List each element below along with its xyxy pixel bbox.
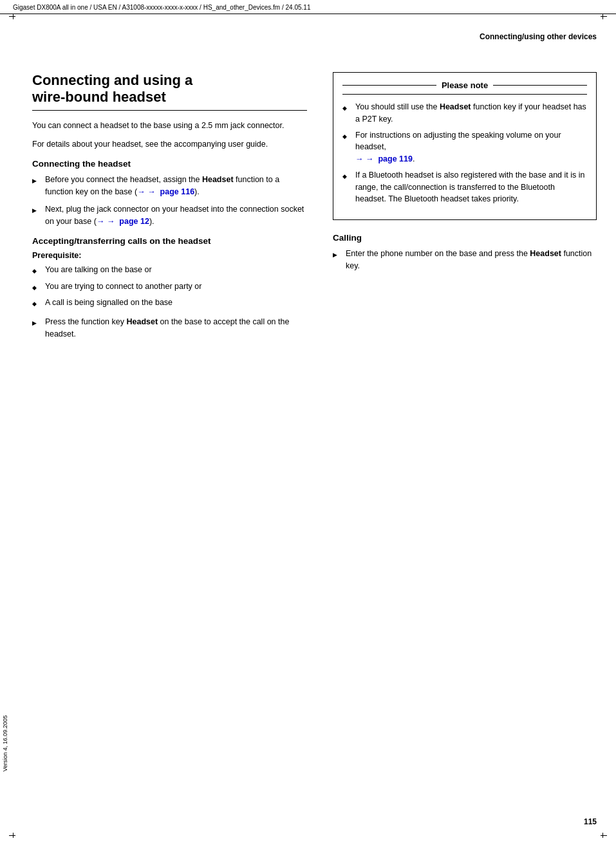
- corner-mark-top-right: [602, 14, 603, 19]
- right-header-label: Connecting/using other devices: [480, 32, 597, 41]
- diamond-bullet-icon: [32, 281, 42, 293]
- diamond-bullet-icon: [32, 264, 42, 277]
- corner-rule-top-right: [601, 16, 607, 17]
- diamond-item-2: You are trying to connect to another par…: [45, 281, 307, 293]
- intro-para1: You can connect a headset to the base us…: [32, 120, 307, 132]
- page116-link[interactable]: → page 116: [137, 187, 194, 196]
- list-item: You should still use the Headset functio…: [342, 101, 587, 125]
- header-bar: Gigaset DX800A all in one / USA EN / A31…: [0, 0, 616, 14]
- corner-rule-bottom-right: [601, 835, 607, 836]
- list-item: Before you connect the headset, assign t…: [32, 174, 307, 198]
- arrow-bullet-icon: [32, 317, 42, 328]
- accepting-calls-heading: Accepting/transferring calls on the head…: [32, 236, 307, 246]
- prerequisite-label: Prerequisite:: [32, 251, 307, 260]
- arrow-bullet-icon: [333, 248, 343, 260]
- corner-rule-top-left: [9, 16, 15, 17]
- main-content: Connecting and using a wire-bound headse…: [0, 53, 616, 366]
- list-item: Press the function key Headset on the ba…: [32, 316, 307, 340]
- left-column: Connecting and using a wire-bound headse…: [19, 72, 307, 346]
- please-note-list: You should still use the Headset functio…: [342, 101, 587, 205]
- page-number: 115: [584, 817, 597, 826]
- list-item: Enter the phone number on the base and p…: [333, 248, 597, 272]
- calling-heading: Calling: [333, 233, 597, 243]
- corner-rule-bottom-left: [9, 835, 15, 836]
- headset-bold-4: Headset: [530, 249, 561, 258]
- page12-link[interactable]: → page 12: [97, 217, 149, 226]
- connecting-headset-heading: Connecting the headset: [32, 159, 307, 169]
- arrow-bullet-icon: [32, 204, 42, 216]
- diamond-bullet-icon: [342, 101, 353, 114]
- right-column: Please note You should still use the Hea…: [326, 72, 597, 346]
- page-container: Gigaset DX800A all in one / USA EN / A31…: [0, 0, 616, 852]
- list-item: If a Bluetooth headset is also registere…: [342, 169, 587, 205]
- intro-para2: For details about your headset, see the …: [32, 138, 307, 151]
- sidebar-version-text: Version 4, 16.09.2005: [2, 715, 8, 772]
- accepting-calls-diamond-list: You are talking on the base or You are t…: [32, 264, 307, 310]
- corner-mark-top-left: [13, 14, 14, 19]
- connecting-headset-list: Before you connect the headset, assign t…: [32, 174, 307, 227]
- page119-link[interactable]: → page 119: [355, 154, 413, 163]
- list-item: For instructions on adjusting the speaki…: [342, 129, 587, 165]
- list-item: You are talking on the base or: [32, 264, 307, 277]
- calling-section: Calling Enter the phone number on the ba…: [333, 233, 597, 272]
- headset-bold-1: Headset: [202, 175, 234, 184]
- arrow-bullet-icon: [32, 174, 42, 186]
- headset-bold-2: Headset: [126, 317, 158, 326]
- please-note-box: Please note You should still use the Hea…: [333, 72, 597, 220]
- headset-bold-3: Headset: [440, 102, 471, 111]
- title-rule: [32, 110, 307, 111]
- page-title: Connecting and using a wire-bound headse…: [32, 72, 307, 106]
- list-item: A call is being signalled on the base: [32, 297, 307, 310]
- header-filename: Gigaset DX800A all in one / USA EN / A31…: [13, 4, 310, 11]
- diamond-bullet-icon: [342, 129, 353, 142]
- diamond-bullet-icon: [32, 297, 42, 310]
- diamond-item-3: A call is being signalled on the base: [45, 297, 307, 309]
- diamond-item-1: You are talking on the base or: [45, 264, 307, 276]
- diamond-bullet-icon: [342, 169, 353, 182]
- accepting-calls-arrow-list: Press the function key Headset on the ba…: [32, 316, 307, 340]
- list-item: You are trying to connect to another par…: [32, 281, 307, 293]
- please-note-title: Please note: [342, 80, 587, 95]
- calling-arrow-list: Enter the phone number on the base and p…: [333, 248, 597, 272]
- list-item: Next, plug the jack connector on your he…: [32, 203, 307, 228]
